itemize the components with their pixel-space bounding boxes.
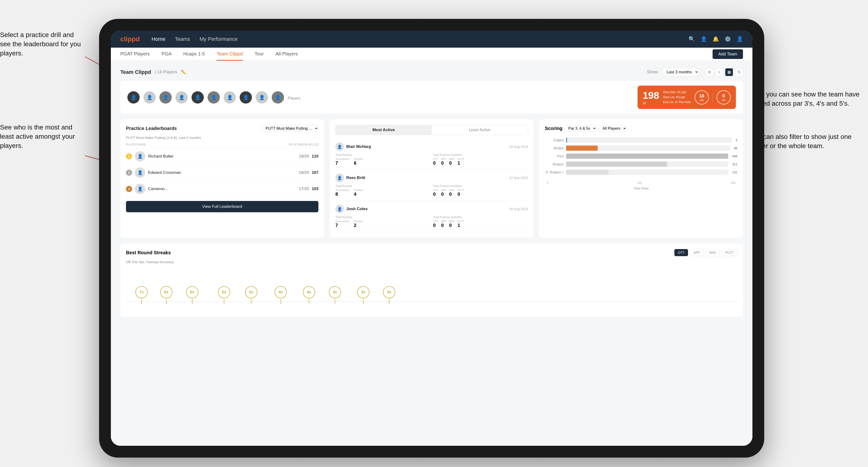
team-count: | 14 Players: [155, 69, 177, 74]
avatar[interactable]: 👤: [208, 91, 220, 103]
nav-teams[interactable]: Teams: [175, 36, 190, 42]
player-avg-2: 107: [312, 170, 318, 175]
main-grid: Practice Leaderboards PUTT Must Make Put…: [120, 119, 743, 238]
player-activity-1: 👤 Blair McHarg 26 Aug 2023 Total Rounds …: [335, 139, 528, 170]
streak-pin-5: [251, 299, 251, 304]
streaks-tab-ott[interactable]: OTT: [674, 249, 688, 256]
axis-400: 400: [731, 181, 736, 185]
navbar: clippd Home Teams My Performance 🔍 👤 🔔 ⚙…: [111, 31, 752, 48]
subnav-hcaps[interactable]: Hcaps 1-5: [183, 48, 205, 61]
avatar[interactable]: 👤: [224, 91, 236, 103]
tab-least-active[interactable]: Least Active: [432, 125, 528, 135]
streak-baseline: [126, 301, 737, 302]
streak-pin-4: [224, 299, 224, 304]
streak-pin-6: [280, 299, 281, 304]
shot-dist-group: 198 yd: [643, 90, 659, 105]
lb-row: 2 👤 Edward Crossman 18/20 107: [126, 165, 318, 181]
avatar[interactable]: 👤: [256, 91, 268, 103]
subnav-pga[interactable]: PGA: [161, 48, 172, 61]
streaks-tab-arg[interactable]: ARG: [706, 249, 720, 256]
bar-row-eagles: Eagles 3: [545, 137, 737, 143]
axis-200: 200: [637, 181, 642, 185]
show-select[interactable]: Last 3 months Last 6 months Last year Al…: [662, 68, 699, 76]
player-activity-3: 👤 Josh Coles 26 Aug 2023 Total Rounds To…: [335, 201, 528, 232]
scoring-header: Scoring Par 3, 4 & 5s All Players: [545, 125, 737, 132]
leaderboard-header: Practice Leaderboards PUTT Must Make Put…: [126, 125, 318, 132]
player-avatar-1: 👤: [135, 151, 145, 161]
edit-icon[interactable]: ✏️: [181, 69, 186, 75]
search-icon[interactable]: 🔍: [688, 36, 695, 42]
streak-bubble-5: 5x: [245, 286, 257, 299]
tab-most-active[interactable]: Most Active: [336, 125, 432, 135]
rank-badge-2: 2: [126, 169, 132, 176]
nav-my-performance[interactable]: My Performance: [199, 36, 238, 42]
streak-bubble-1: 7x: [135, 286, 148, 299]
streak-pin-2: [166, 299, 166, 304]
pa-practice-group: Total Practice Activities OTT0 APP0 ARG0…: [433, 153, 528, 166]
pa-header-3: 👤 Josh Coles 26 Aug 2023: [335, 205, 528, 213]
list-view-btn[interactable]: ≡: [715, 68, 723, 76]
practice-leaderboard-panel: Practice Leaderboards PUTT Must Make Put…: [120, 119, 324, 238]
avatar[interactable]: 👤: [176, 91, 188, 103]
add-team-button[interactable]: Add Team: [713, 49, 743, 59]
nav-home[interactable]: Home: [151, 36, 165, 42]
bar-value-pars: 499: [732, 154, 737, 158]
rank-badge-1: 1: [126, 153, 132, 159]
streaks-header: Best Round Streaks OTT APP ARG PUTT: [126, 249, 737, 256]
shot-dist: 198: [643, 90, 659, 101]
subnav-tour[interactable]: Tour: [254, 48, 264, 61]
bar-fill-eagles: [566, 137, 567, 143]
pa-rounds-group: Total Rounds Tournament 7 Practice 6: [335, 153, 430, 166]
view-leaderboard-button[interactable]: View Full Leaderboard: [126, 201, 318, 212]
streak-dot-7: 4x: [303, 286, 315, 304]
streak-pin-8: [335, 299, 335, 304]
streaks-tab-putt[interactable]: PUTT: [721, 249, 737, 256]
player-avg-3: 103: [312, 187, 318, 191]
activity-tabs: Most Active Least Active: [335, 125, 528, 135]
bar-fill-dbogeys: [566, 169, 609, 175]
drill-select[interactable]: PUTT Must Make Putting ...: [262, 125, 318, 132]
card-view-btn[interactable]: ▦: [725, 68, 733, 76]
avatar[interactable]: 👤: [159, 91, 172, 103]
lb-row: 1 👤 Richard Butler 19/20 110: [126, 148, 318, 165]
logo: clippd: [120, 35, 140, 43]
streak-pin-1: [141, 299, 142, 304]
avatar[interactable]: 👤: [144, 91, 156, 103]
streak-dot-9: 3x: [357, 286, 369, 304]
player-avatar-2: 👤: [135, 167, 145, 178]
avatar[interactable]: 👤: [191, 91, 204, 103]
avatar[interactable]: 👤: [272, 91, 284, 103]
pa-avatar-1: 👤: [335, 143, 344, 151]
streaks-tab-app[interactable]: APP: [690, 249, 704, 256]
settings-icon[interactable]: ⚙️: [724, 36, 731, 42]
streak-dot-6: 4x: [275, 286, 287, 304]
subnav-pgat[interactable]: PGAT Players: [120, 48, 150, 61]
pa-rounds-group-3: Total Rounds Tournament 7 Practice 2: [335, 216, 430, 228]
grid-view-btn[interactable]: ⊞: [705, 68, 713, 76]
pa-practice-group-2: Total Practice Activities OTT0 APP0 ARG0…: [433, 184, 528, 197]
bar-track-pars: [566, 154, 728, 159]
shot-info: Shot Dist: 16 yds Start Lie: Rough End L…: [663, 90, 691, 104]
players-avatars-row: 👤 👤 👤 👤 👤 👤 👤 👤 👤 👤 Players 198: [127, 86, 736, 109]
ipad-screen: clippd Home Teams My Performance 🔍 👤 🔔 ⚙…: [111, 31, 752, 446]
avatar[interactable]: 👤: [240, 91, 252, 103]
annotation-top-left: Select a practice drill and see the lead…: [0, 30, 85, 58]
user-avatar-icon[interactable]: 👤: [737, 36, 743, 42]
player-score-3: 17/20: [299, 187, 309, 191]
avatar[interactable]: 👤: [127, 91, 140, 103]
leaderboard-title: Practice Leaderboards: [126, 126, 177, 131]
activity-panel: Most Active Least Active 👤 Blair McHarg …: [330, 119, 533, 238]
scoring-filter-1[interactable]: Par 3, 4 & 5s: [565, 125, 596, 132]
person-icon[interactable]: 👤: [701, 36, 707, 42]
bar-fill-bogeys: [566, 161, 667, 167]
sort-btn[interactable]: ⇅: [735, 68, 743, 76]
bell-icon[interactable]: 🔔: [713, 36, 719, 42]
bar-row-dbogeys: D. Bogeys + 131: [545, 169, 737, 175]
streak-bubble-2: 6x: [160, 286, 173, 299]
scoring-filter-2[interactable]: All Players: [599, 125, 627, 132]
subnav-all-players[interactable]: All Players: [276, 48, 298, 61]
subnav-team-clippd[interactable]: Team Clippd: [217, 48, 243, 61]
ipad-frame: clippd Home Teams My Performance 🔍 👤 🔔 ⚙…: [99, 19, 764, 458]
pa-date-1: 26 Aug 2023: [509, 145, 528, 149]
bar-label-dbogeys: D. Bogeys +: [545, 170, 564, 174]
